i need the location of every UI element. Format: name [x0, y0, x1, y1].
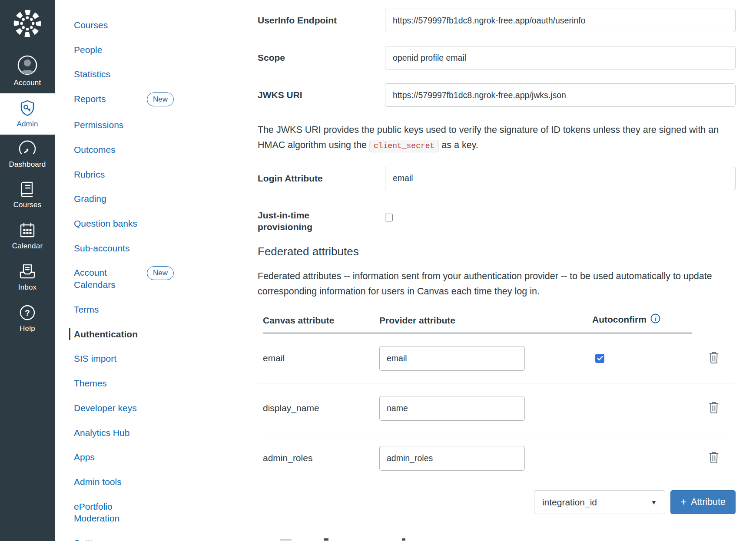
- federated-attributes-heading: Federated attributes: [258, 245, 736, 258]
- sub-nav-item-label: Account Calendars: [74, 267, 139, 290]
- global-nav-admin[interactable]: Admin: [0, 93, 55, 135]
- chevron-down-icon: ▼: [651, 499, 657, 506]
- sub-nav-item-label: Question banks: [74, 218, 137, 230]
- add-attribute-button-label: Attribute: [691, 497, 726, 508]
- authentication-settings-panel: UserInfo Endpoint Scope JWKS URI The JWK…: [258, 0, 736, 514]
- field-input[interactable]: [385, 83, 736, 107]
- delete-attribute-button[interactable]: [706, 449, 721, 467]
- sub-nav-item-label: People: [74, 44, 102, 56]
- sub-nav-item[interactable]: Analytics Hub: [74, 427, 174, 439]
- global-nav-inbox[interactable]: Inbox: [0, 257, 55, 298]
- global-nav-label: Courses: [13, 201, 42, 209]
- shield-key-icon: [18, 99, 36, 117]
- book-icon: [18, 181, 36, 198]
- canvas-attribute-label: email: [263, 353, 379, 363]
- sub-nav-item[interactable]: Apps: [74, 451, 174, 463]
- form-field-row: JWKS URI: [258, 83, 736, 107]
- jit-provisioning-row: Just-in-time provisioning: [258, 209, 736, 233]
- global-nav-dashboard[interactable]: Dashboard: [0, 135, 55, 175]
- sub-nav-list: Courses People Statistics Reports New Pe…: [74, 19, 174, 541]
- field-input[interactable]: [385, 9, 736, 32]
- column-header-autoconfirm: Autoconfirm i: [592, 313, 692, 333]
- sub-nav-item[interactable]: Question banks: [74, 218, 174, 230]
- attribute-row: email: [258, 333, 736, 383]
- sub-nav-item-label: Authentication: [74, 328, 138, 340]
- provider-attribute-input[interactable]: [379, 446, 525, 471]
- column-header-actions: [692, 313, 736, 333]
- sub-nav-item[interactable]: Grading: [74, 193, 174, 205]
- global-nav-label: Inbox: [18, 283, 37, 292]
- provider-attribute-input[interactable]: [379, 346, 525, 371]
- sub-nav-item[interactable]: Admin tools: [74, 476, 174, 488]
- attribute-select[interactable]: integration_id ▼: [534, 490, 665, 514]
- autoconfirm-checkbox[interactable]: [595, 354, 604, 363]
- delete-attribute-button[interactable]: [706, 399, 721, 417]
- client-secret-code-chip: client_secret: [369, 140, 439, 152]
- sub-nav-item-label: Permissions: [74, 119, 123, 131]
- dashboard-gauge-icon: [18, 140, 37, 158]
- sub-nav-item[interactable]: People: [74, 44, 174, 56]
- field-label: Scope: [258, 53, 385, 63]
- calendar-icon: [18, 221, 36, 239]
- add-attribute-row: integration_id ▼ + Attribute: [258, 490, 736, 514]
- global-nav-label: Calendar: [12, 242, 43, 251]
- sub-nav-item-label: Developer keys: [74, 402, 137, 414]
- info-icon[interactable]: i: [650, 313, 660, 326]
- field-input[interactable]: [385, 46, 736, 69]
- sub-nav-item[interactable]: Courses: [74, 19, 174, 31]
- attribute-select-value: integration_id: [542, 497, 597, 508]
- delete-attribute-button[interactable]: [706, 350, 721, 367]
- global-nav-account[interactable]: Account: [0, 49, 55, 93]
- canvas-attribute-label: admin_roles: [263, 453, 379, 463]
- sub-nav-item[interactable]: Permissions: [74, 119, 174, 131]
- global-nav-calendar[interactable]: Calendar: [0, 215, 55, 257]
- sub-nav-item[interactable]: Reports New: [74, 93, 174, 106]
- canvas-logo-icon[interactable]: [0, 0, 55, 49]
- sub-nav-item-label: Courses: [74, 19, 108, 31]
- provider-attribute-input[interactable]: [379, 396, 525, 421]
- sub-nav-item-label: Grading: [74, 193, 106, 205]
- sub-nav-item-label: ePortfolio Moderation: [74, 501, 139, 525]
- global-nav-help[interactable]: ? Help: [0, 298, 55, 339]
- sub-nav-item-label: Sub-accounts: [74, 242, 129, 254]
- column-header-provider-attribute: Provider attribute: [379, 315, 592, 333]
- autoconfirm-header-label: Autoconfirm: [592, 314, 647, 325]
- sub-nav-item[interactable]: Account Calendars New: [74, 267, 174, 290]
- federated-attributes-table: Canvas attribute Provider attribute Auto…: [258, 313, 736, 483]
- global-nav-label: Help: [20, 324, 35, 333]
- jit-checkbox[interactable]: [385, 214, 393, 221]
- cutoff-content-fragment: [0, 538, 756, 541]
- sub-nav-item[interactable]: ePortfolio Moderation: [74, 501, 174, 525]
- global-nav-courses[interactable]: Courses: [0, 175, 55, 215]
- sub-nav-item-label: Statistics: [74, 68, 110, 80]
- sub-nav-item[interactable]: Developer keys: [74, 402, 174, 414]
- provider-fields: UserInfo Endpoint Scope JWKS URI: [258, 9, 736, 107]
- account-sub-nav: Courses People Statistics Reports New Pe…: [74, 19, 174, 541]
- help-question-icon: ?: [18, 303, 36, 322]
- sub-nav-item-label: Themes: [74, 377, 107, 389]
- svg-text:i: i: [655, 316, 657, 322]
- sub-nav-item[interactable]: Terms: [74, 303, 174, 316]
- sub-nav-item[interactable]: Sub-accounts: [74, 242, 174, 254]
- sub-nav-item-label: Admin tools: [74, 476, 122, 488]
- sub-nav-item[interactable]: Authentication: [69, 328, 174, 340]
- table-body: email display_name: [258, 333, 736, 483]
- jwks-description-text: The JWKS URI provides the public keys us…: [258, 125, 719, 150]
- add-attribute-button[interactable]: + Attribute: [670, 490, 736, 514]
- field-label: Login Attribute: [258, 173, 385, 184]
- sub-nav-item-label: Outcomes: [74, 144, 116, 156]
- global-nav-label: Admin: [17, 120, 38, 129]
- login-attribute-input[interactable]: [385, 167, 736, 190]
- sub-nav-item[interactable]: SIS import: [74, 353, 174, 365]
- form-field-row: UserInfo Endpoint: [258, 9, 736, 32]
- sub-nav-item[interactable]: Rubrics: [74, 168, 174, 181]
- sub-nav-item[interactable]: Themes: [74, 377, 174, 389]
- sub-nav-item[interactable]: Outcomes: [74, 144, 174, 156]
- federated-attributes-description: Federated attributes -- information sent…: [258, 269, 733, 299]
- jwks-description: The JWKS URI provides the public keys us…: [258, 122, 736, 153]
- sub-nav-item-label: Analytics Hub: [74, 427, 129, 439]
- sub-nav-item-label: Rubrics: [74, 168, 105, 181]
- avatar-icon: [17, 54, 38, 76]
- field-label: UserInfo Endpoint: [258, 15, 385, 26]
- sub-nav-item[interactable]: Statistics: [74, 68, 174, 80]
